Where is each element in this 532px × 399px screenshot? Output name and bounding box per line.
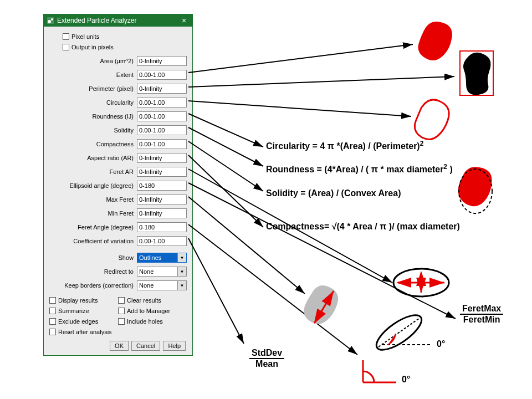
checkbox-label: Reset after analysis xyxy=(58,329,112,335)
svg-line-22 xyxy=(378,318,420,347)
select-label: Show xyxy=(49,254,137,261)
select-value: Outlines xyxy=(139,254,161,261)
dialog-body: Pixel units Output in pixels Area (μm^2)… xyxy=(44,27,192,355)
chevron-down-icon: ▼ xyxy=(177,281,186,290)
checkbox-summarize[interactable]: Summarize xyxy=(49,306,118,315)
checkbox-label: Exclude edges xyxy=(58,318,98,325)
help-button[interactable]: Help xyxy=(163,341,186,351)
field-label: Roundness (IJ) xyxy=(49,113,137,120)
app-icon xyxy=(47,17,54,24)
checkbox-icon xyxy=(49,329,56,335)
select-label: Keep borders (correction) xyxy=(49,282,137,289)
svg-line-6 xyxy=(188,114,263,147)
field-label: Extent xyxy=(49,71,137,78)
max-feret-input[interactable] xyxy=(137,195,187,204)
redirect-to-dropdown[interactable]: None▼ xyxy=(137,267,187,277)
checkbox-label: Pixel units xyxy=(71,33,99,40)
field-circularity: Circularity xyxy=(49,96,187,109)
field-perimeter: Perimeter (pixel) xyxy=(49,83,187,95)
field-min-feret: Min Feret xyxy=(49,207,187,219)
svg-point-21 xyxy=(371,309,426,356)
formula-circularity: Circularity = 4 π *(Area) / (Perimeter)2 xyxy=(266,140,423,151)
field-aspect-ratio: Aspect ratio (AR) xyxy=(49,152,187,164)
svg-point-17 xyxy=(393,269,449,296)
formula-compactness: Compactness= √(4 * Area / π )/ (max diam… xyxy=(266,222,460,232)
perimeter-input[interactable] xyxy=(137,84,187,94)
field-extent: Extent xyxy=(49,69,187,81)
chevron-down-icon: ▼ xyxy=(177,253,186,262)
checkbox-display-results[interactable]: Display results xyxy=(49,296,118,305)
svg-point-2 xyxy=(51,18,53,21)
checkbox-clear-results[interactable]: Clear results xyxy=(118,296,187,305)
select-value: None xyxy=(139,282,154,289)
field-label: Max Feret xyxy=(49,196,137,203)
keep-borders-dropdown[interactable]: None▼ xyxy=(137,280,187,290)
checkbox-add-to-manager[interactable]: Add to Manager xyxy=(118,306,187,315)
field-label: Perimeter (pixel) xyxy=(49,85,137,92)
formula-stddev-mean: StdDev Mean xyxy=(249,348,284,369)
svg-point-16 xyxy=(459,169,492,213)
svg-line-8 xyxy=(188,141,263,191)
compactness-input[interactable] xyxy=(137,139,187,149)
svg-line-5 xyxy=(188,101,411,116)
show-dropdown[interactable]: Outlines▼ xyxy=(137,253,187,263)
svg-rect-15 xyxy=(460,51,493,95)
field-label: Feret Angle (degree) xyxy=(49,224,137,231)
roundness-input[interactable] xyxy=(137,111,187,121)
svg-line-11 xyxy=(188,183,456,319)
circularity-input[interactable] xyxy=(137,98,187,108)
feret-angle-input[interactable] xyxy=(137,222,187,232)
area-input[interactable] xyxy=(137,56,187,66)
label-zero-degrees-2: 0° xyxy=(402,375,410,385)
svg-line-3 xyxy=(188,44,413,73)
field-feret-ar: Feret AR xyxy=(49,166,187,178)
chevron-down-icon: ▼ xyxy=(177,267,186,276)
checkbox-output-in-pixels[interactable]: Output in pixels xyxy=(63,43,187,52)
checkbox-pixel-units[interactable]: Pixel units xyxy=(63,32,187,41)
ok-button[interactable]: OK xyxy=(110,341,129,351)
checkbox-icon xyxy=(118,308,125,314)
window-title: Extended Particle Analyzer xyxy=(57,17,178,24)
field-feret-angle: Feret Angle (degree) xyxy=(49,221,187,233)
field-label: Compactness xyxy=(49,141,137,147)
select-value: None xyxy=(139,268,154,275)
checkbox-include-holes[interactable]: Include holes xyxy=(118,317,187,326)
svg-line-7 xyxy=(188,127,263,166)
extent-input[interactable] xyxy=(137,70,187,80)
ellipsoid-input[interactable] xyxy=(137,181,187,191)
checkbox-reset-after-analysis[interactable]: Reset after analysis xyxy=(49,328,118,336)
svg-line-12 xyxy=(188,197,305,294)
checkbox-icon xyxy=(49,297,56,304)
svg-point-1 xyxy=(48,20,51,23)
field-label: Min Feret xyxy=(49,210,137,217)
checkbox-icon xyxy=(63,44,69,50)
field-label: Solidity xyxy=(49,127,137,134)
field-label: Area (μm^2) xyxy=(49,58,137,64)
select-redirect-to: Redirect toNone▼ xyxy=(49,265,187,278)
cancel-button[interactable]: Cancel xyxy=(131,341,160,351)
cov-input[interactable] xyxy=(137,236,187,246)
checkbox-exclude-edges[interactable]: Exclude edges xyxy=(49,317,118,326)
solidity-input[interactable] xyxy=(137,125,187,135)
checkbox-icon xyxy=(49,308,56,314)
svg-line-4 xyxy=(188,76,454,87)
select-keep-borders: Keep borders (correction)None▼ xyxy=(49,279,187,291)
formula-roundness: Roundness = (4*Area) / ( π * max diamete… xyxy=(266,163,453,175)
field-compactness: Compactness xyxy=(49,138,187,150)
checkbox-label: Include holes xyxy=(127,318,163,325)
field-label: Circularity xyxy=(49,99,137,106)
field-cov: Coefficient of variation xyxy=(49,235,187,247)
extended-particle-analyzer-dialog: Extended Particle Analyzer × Pixel units… xyxy=(43,14,193,356)
field-ellipsoid: Ellipsoid angle (degree) xyxy=(49,180,187,192)
checkbox-label: Add to Manager xyxy=(127,308,170,314)
field-label: Coefficient of variation xyxy=(49,238,137,244)
close-icon[interactable]: × xyxy=(178,16,190,25)
aspect-ratio-input[interactable] xyxy=(137,153,187,163)
feret-ar-input[interactable] xyxy=(137,167,187,177)
svg-line-13 xyxy=(188,224,357,355)
min-feret-input[interactable] xyxy=(137,208,187,218)
checkbox-icon xyxy=(49,318,56,325)
svg-line-14 xyxy=(188,238,244,344)
select-label: Redirect to xyxy=(49,268,137,275)
checkbox-label: Display results xyxy=(58,297,98,304)
